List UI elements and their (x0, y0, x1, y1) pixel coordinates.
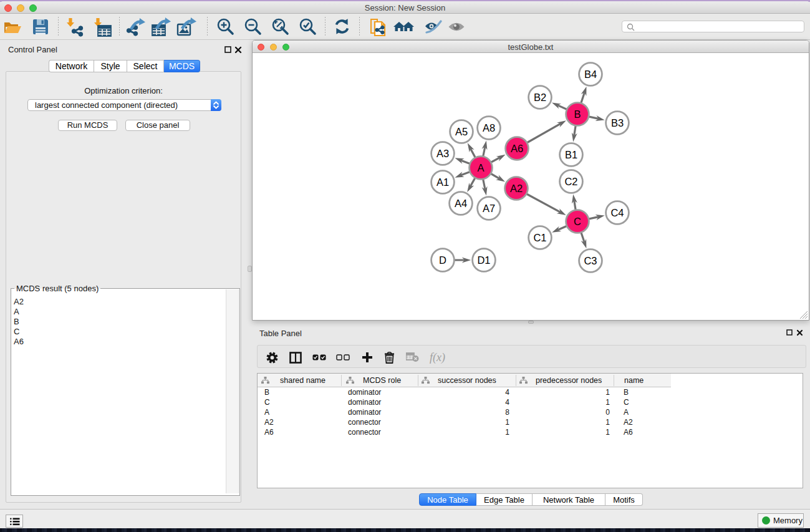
svg-text:C: C (574, 216, 581, 227)
svg-text:B: B (574, 109, 581, 120)
svg-text:A5: A5 (455, 126, 468, 137)
svg-text:A8: A8 (483, 122, 495, 133)
svg-text:C1: C1 (533, 232, 546, 243)
svg-text:A1: A1 (436, 177, 449, 188)
svg-text:C4: C4 (610, 207, 624, 218)
svg-text:D: D (439, 254, 446, 266)
svg-text:D1: D1 (477, 254, 490, 266)
svg-text:A2: A2 (510, 183, 523, 194)
svg-text:C3: C3 (584, 255, 597, 266)
svg-text:A3: A3 (436, 148, 449, 159)
svg-text:B1: B1 (565, 149, 577, 160)
svg-text:C2: C2 (564, 176, 577, 187)
svg-text:A7: A7 (483, 203, 495, 214)
svg-text:B4: B4 (584, 69, 597, 80)
svg-text:A: A (477, 162, 484, 173)
svg-text:B3: B3 (611, 117, 624, 128)
svg-text:A4: A4 (455, 198, 467, 209)
svg-text:A6: A6 (511, 143, 523, 154)
svg-text:B2: B2 (534, 92, 546, 103)
